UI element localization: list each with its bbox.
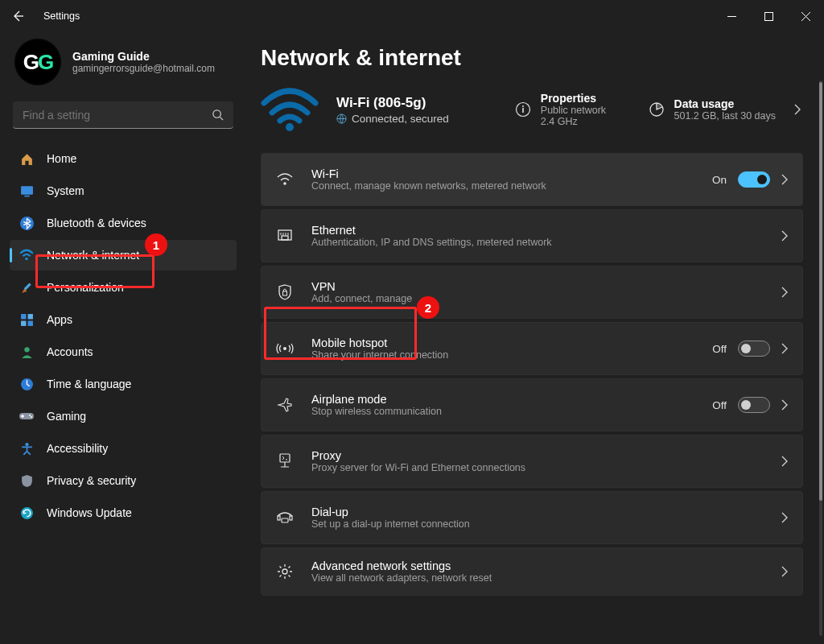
sidebar-item-accounts[interactable]: Accounts xyxy=(10,336,237,367)
info-icon xyxy=(515,101,531,118)
chevron-right-icon xyxy=(781,399,788,411)
profile-block[interactable]: GG Gaming Guide gamingerrorsguide@hotmai… xyxy=(10,35,237,97)
update-icon xyxy=(19,506,34,520)
chevron-right-icon xyxy=(793,104,801,115)
svg-rect-22 xyxy=(522,108,524,113)
svg-point-5 xyxy=(25,258,28,261)
toggle-label: Off xyxy=(712,343,727,355)
toggle-label: Off xyxy=(712,399,727,411)
profile-email: gamingerrorsguide@hotmail.com xyxy=(72,63,215,74)
svg-point-17 xyxy=(21,507,33,519)
chevron-right-icon xyxy=(781,343,788,354)
svg-point-15 xyxy=(31,416,32,418)
sidebar-item-system[interactable]: System xyxy=(10,175,237,206)
hotspot-icon xyxy=(276,341,294,356)
back-button[interactable] xyxy=(11,10,32,23)
row-airplane-mode[interactable]: Airplane mode Stop wireless communicatio… xyxy=(261,378,803,431)
settings-rows: Wi-Fi Connect, manage known networks, me… xyxy=(261,153,818,596)
svg-rect-26 xyxy=(282,236,288,240)
hero-properties[interactable]: Properties Public network 2.4 GHz xyxy=(515,92,606,127)
sidebar-item-time-language[interactable]: Time & language xyxy=(10,369,237,399)
close-button[interactable] xyxy=(787,0,824,32)
search-input[interactable] xyxy=(23,109,212,122)
pie-icon xyxy=(649,101,665,118)
shield-icon xyxy=(19,473,34,488)
window-controls xyxy=(713,0,824,32)
sidebar-item-personalization[interactable]: Personalization xyxy=(10,272,237,303)
airplane-toggle[interactable] xyxy=(738,397,770,413)
row-advanced-network[interactable]: Advanced network settings View all netwo… xyxy=(261,547,803,596)
row-title: Proxy xyxy=(311,449,525,462)
ethernet-icon xyxy=(276,229,294,243)
row-proxy[interactable]: Proxy Proxy server for Wi-Fi and Etherne… xyxy=(261,435,803,488)
properties-label: Properties xyxy=(541,92,606,105)
row-wifi[interactable]: Wi-Fi Connect, manage known networks, me… xyxy=(261,153,803,206)
row-sub: Add, connect, manage xyxy=(311,293,412,304)
svg-rect-6 xyxy=(23,283,31,290)
row-sub: Proxy server for Wi-Fi and Ethernet conn… xyxy=(311,462,525,473)
chevron-right-icon xyxy=(781,456,788,467)
sidebar-item-home[interactable]: Home xyxy=(10,143,237,174)
svg-point-18 xyxy=(286,123,294,131)
row-dialup[interactable]: Dial-up Set up a dial-up internet connec… xyxy=(261,491,803,544)
scrollbar[interactable] xyxy=(819,80,822,636)
chevron-right-icon xyxy=(781,287,788,298)
sidebar-item-gaming[interactable]: Gaming xyxy=(10,401,237,431)
sidebar-item-bluetooth[interactable]: Bluetooth & devices xyxy=(10,208,237,238)
page-title: Network & internet xyxy=(261,45,818,71)
network-hero: Wi-Fi (806-5g) Connected, secured Proper… xyxy=(261,87,818,132)
sidebar-item-windows-update[interactable]: Windows Update xyxy=(10,497,237,528)
sidebar-item-label: Windows Update xyxy=(47,506,132,519)
system-icon xyxy=(19,184,34,198)
svg-rect-2 xyxy=(21,186,33,195)
accessibility-icon xyxy=(19,441,34,456)
brush-icon xyxy=(19,280,34,295)
sidebar-item-accessibility[interactable]: Accessibility xyxy=(10,433,237,464)
row-title: VPN xyxy=(311,280,412,293)
sidebar-item-label: Bluetooth & devices xyxy=(47,217,146,229)
search-box[interactable] xyxy=(13,101,233,129)
row-title: Ethernet xyxy=(311,224,552,237)
sidebar-item-label: Apps xyxy=(47,313,72,326)
proxy-icon xyxy=(276,453,294,469)
wifi-title: Wi-Fi (806-5g) xyxy=(336,95,449,111)
maximize-button[interactable] xyxy=(750,0,787,32)
svg-rect-7 xyxy=(21,314,26,319)
hero-data-usage[interactable]: Data usage 501.2 GB, last 30 days xyxy=(649,97,801,122)
sidebar-item-privacy[interactable]: Privacy & security xyxy=(10,465,237,496)
avatar: GG xyxy=(14,39,61,85)
minimize-icon xyxy=(727,12,736,21)
row-vpn[interactable]: VPN Add, connect, manage xyxy=(261,266,803,319)
close-icon xyxy=(801,12,810,21)
row-title: Dial-up xyxy=(311,506,470,518)
row-ethernet[interactable]: Ethernet Authentication, IP and DNS sett… xyxy=(261,209,803,262)
apps-icon xyxy=(19,312,34,327)
titlebar: Settings xyxy=(0,0,824,32)
hotspot-toggle[interactable] xyxy=(738,341,770,357)
row-mobile-hotspot[interactable]: Mobile hotspot Share your internet conne… xyxy=(261,322,803,375)
hero-main[interactable]: Wi-Fi (806-5g) Connected, secured xyxy=(336,95,449,125)
sidebar-item-label: Accessibility xyxy=(47,442,108,455)
row-title: Wi-Fi xyxy=(311,167,546,180)
sidebar-item-apps[interactable]: Apps xyxy=(10,304,237,335)
wifi-toggle[interactable] xyxy=(738,171,770,188)
sidebar-item-network[interactable]: Network & internet xyxy=(10,240,237,270)
bluetooth-icon xyxy=(19,216,34,230)
svg-rect-27 xyxy=(283,291,287,295)
gear-icon xyxy=(276,564,294,580)
sidebar-item-label: Time & language xyxy=(47,378,131,390)
airplane-icon xyxy=(276,397,294,413)
search-icon xyxy=(212,109,224,121)
svg-point-11 xyxy=(24,347,29,352)
svg-rect-0 xyxy=(764,12,772,20)
dialup-icon xyxy=(276,511,294,524)
wifi-icon xyxy=(19,248,34,262)
chevron-right-icon xyxy=(781,512,788,523)
svg-point-1 xyxy=(213,110,220,118)
svg-point-33 xyxy=(282,569,287,574)
minimize-button[interactable] xyxy=(713,0,750,32)
svg-rect-32 xyxy=(282,518,288,522)
svg-rect-9 xyxy=(21,320,26,325)
svg-rect-10 xyxy=(27,320,32,325)
sidebar-item-label: Privacy & security xyxy=(47,474,136,487)
